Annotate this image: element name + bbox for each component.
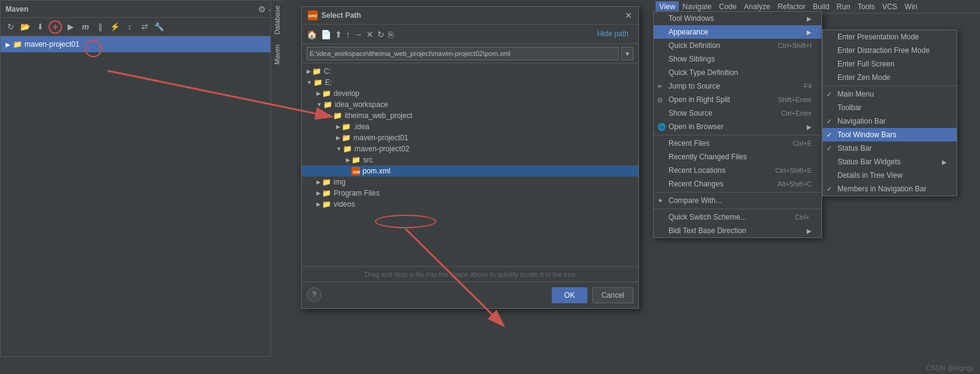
tree-item-develop[interactable]: ▶ 📁 develop <box>302 88 638 99</box>
tree-item-workspace[interactable]: ▼ 📁 idea_workspace <box>302 99 638 110</box>
tree-item-e[interactable]: ▼ 📁 E: <box>302 77 638 88</box>
menu-analyze[interactable]: Analyze <box>740 1 774 12</box>
download-icon[interactable]: ⬇ <box>34 21 46 33</box>
parallel-icon[interactable]: ‖ <box>94 21 106 33</box>
dialog-titlebar: xml Select Path ✕ <box>302 7 638 25</box>
tree-item-c[interactable]: ▶ 📁 C: <box>302 66 638 77</box>
menu-recent-locations[interactable]: Recent Locations Ctrl+Shift+E <box>654 164 821 177</box>
tree-item-videos[interactable]: ▶ 📁 videos <box>302 199 638 210</box>
database-tab[interactable]: Database <box>272 0 282 39</box>
tree-item-programfiles[interactable]: ▶ 📁 Program Files <box>302 188 638 199</box>
wrench-icon[interactable]: 🔧 <box>153 21 165 33</box>
menu-bidi[interactable]: Bidi Text Base Direction ▶ <box>654 224 821 237</box>
fwd-icon[interactable]: → <box>354 30 363 39</box>
copy-icon[interactable]: ⎘ <box>388 30 393 39</box>
submenu-presentation-mode[interactable]: Enter Presentation Mode <box>823 30 957 44</box>
submenu-status-bar-widgets[interactable]: Status Bar Widgets ▶ <box>823 155 957 169</box>
menu-tool-windows[interactable]: Tool Windows ▶ <box>654 12 821 25</box>
dialog-close-button[interactable]: ✕ <box>625 10 632 20</box>
menu-recent-files[interactable]: Recent Files Ctrl+E <box>654 137 821 150</box>
submenu-zen-mode[interactable]: Enter Zen Mode <box>823 71 957 84</box>
submenu-details-tree-view[interactable]: Details in Tree View <box>823 169 957 182</box>
menu-navigate[interactable]: Navigate <box>679 1 715 12</box>
menu-recent-changes[interactable]: Recent Changes Alt+Shift+C <box>654 177 821 191</box>
tree-item-src[interactable]: ▶ 📁 src <box>302 154 638 165</box>
tree-mp01-icon: 📁 <box>342 133 351 142</box>
menu-view[interactable]: View <box>656 1 679 12</box>
menu-quick-definition[interactable]: Quick Definition Ctrl+Shift+I <box>654 39 821 52</box>
maven-title: Maven <box>6 5 28 14</box>
cancel-button[interactable]: Cancel <box>592 287 633 303</box>
menu-quick-switch[interactable]: Quick Switch Scheme... Ctrl+` <box>654 210 821 224</box>
recent-changes-label: Recent Changes <box>668 180 723 188</box>
maven-icon[interactable]: m <box>79 21 92 33</box>
home-icon[interactable]: 🏠 <box>307 30 317 39</box>
submenu-status-bar[interactable]: ✓ Status Bar <box>823 141 957 155</box>
menu-refactor[interactable]: Refactor <box>774 1 809 12</box>
menu-show-source[interactable]: Show Source Ctrl+Enter <box>654 106 821 120</box>
lightning-icon[interactable]: ⚡ <box>109 21 121 33</box>
menu-open-browser[interactable]: 🌐 Open in Browser ▶ <box>654 120 821 133</box>
help-button[interactable]: ? <box>307 287 321 302</box>
up2-icon[interactable]: ↑ <box>346 30 350 39</box>
add-icon[interactable]: + <box>49 20 62 34</box>
tool-window-bars-check: ✓ <box>826 131 832 139</box>
tree-idea-arrow: ▶ <box>336 124 340 130</box>
tree-item-itheima[interactable]: ▼ 📁 itheima_web_project <box>302 110 638 121</box>
submenu-main-menu[interactable]: ✓ Main Menu <box>823 87 957 101</box>
show-source-label: Show Source <box>668 109 712 117</box>
refresh-icon[interactable]: ↻ <box>4 21 17 33</box>
presentation-mode-label: Enter Presentation Mode <box>837 33 919 41</box>
submenu-toolbar[interactable]: Toolbar <box>823 101 957 114</box>
tree-idea-icon: 📁 <box>342 122 351 131</box>
maven-toolbar: ↻ 📂 ⬇ + ▶ m ‖ ⚡ ↕ ⇄ 🔧 <box>1 18 282 36</box>
members-nav-label: Members in Navigation Bar <box>837 185 927 193</box>
full-screen-label: Enter Full Screen <box>837 60 895 68</box>
submenu-full-screen[interactable]: Enter Full Screen <box>823 57 957 71</box>
group-icon[interactable]: ⇄ <box>138 21 151 33</box>
tree-item-img[interactable]: ▶ 📁 img <box>302 177 638 188</box>
ok-button[interactable]: OK <box>552 287 587 303</box>
menu-win[interactable]: Win <box>901 1 921 12</box>
file-tree: ▶ 📁 C: ▼ 📁 E: ▶ 📁 develop ▼ 📁 idea_works… <box>302 63 638 266</box>
tree-idea-label: .idea <box>353 122 369 131</box>
tree-item-pom[interactable]: ▶ xml pom.xml <box>302 165 638 177</box>
submenu-tool-window-bars[interactable]: ✓ Tool Window Bars <box>823 128 957 141</box>
maven-tree-item[interactable]: ▶ 📁 maven-project01 <box>1 36 282 52</box>
refresh2-icon[interactable]: ↻ <box>377 30 385 39</box>
menu-tools[interactable]: Tools <box>854 1 879 12</box>
menu-recently-changed[interactable]: Recently Changed Files <box>654 150 821 164</box>
hide-path-button[interactable]: Hide path <box>592 25 633 44</box>
tree-pf-icon: 📁 <box>322 189 331 197</box>
menu-open-right-split[interactable]: ⊟ Open in Right Split Shift+Enter <box>654 93 821 106</box>
tree-item-idea[interactable]: ▶ 📁 .idea <box>302 121 638 132</box>
menu-compare-with[interactable]: ✦ Compare With... <box>654 194 821 207</box>
run-icon[interactable]: ▶ <box>65 21 77 33</box>
path-dropdown[interactable]: ▼ <box>621 47 633 60</box>
up-icon[interactable]: ⬆ <box>335 30 342 39</box>
dialog-toolbar: 🏠 📄 ⬆ ↑ → ✕ ↻ ⎘ Hide path <box>302 25 638 44</box>
menu-run[interactable]: Run <box>833 1 854 12</box>
menu-jump-to-source[interactable]: ✏ Jump to Source F4 <box>654 79 821 93</box>
file-icon[interactable]: 📄 <box>321 30 331 39</box>
submenu-navigation-bar[interactable]: ✓ Navigation Bar <box>823 114 957 128</box>
submenu-distraction-free[interactable]: Enter Distraction Free Mode <box>823 44 957 57</box>
tree-item-mp01[interactable]: ▶ 📁 maven-project01 <box>302 132 638 143</box>
open-right-split-label: Open in Right Split <box>668 95 730 104</box>
menu-code[interactable]: Code <box>715 1 740 12</box>
maven-tab[interactable]: Maven <box>272 39 282 70</box>
menu-show-siblings[interactable]: Show Siblings <box>654 52 821 66</box>
sort-icon[interactable]: ↕ <box>123 21 136 33</box>
project-folder-icon: 📁 <box>13 40 22 49</box>
menu-appearance[interactable]: Appearance ▶ <box>654 25 821 39</box>
settings-icon[interactable]: ⚙ <box>258 4 266 14</box>
recent-changes-shortcut: Alt+Shift+C <box>765 180 812 188</box>
menu-vcs[interactable]: VCS <box>879 1 901 12</box>
open-folder-icon[interactable]: 📂 <box>19 21 31 33</box>
menu-quick-type-def[interactable]: Quick Type Definition <box>654 66 821 79</box>
submenu-members-nav-bar[interactable]: ✓ Members in Navigation Bar <box>823 182 957 196</box>
tree-item-mp02[interactable]: ▼ 📁 maven-project02 <box>302 143 638 154</box>
close2-icon[interactable]: ✕ <box>366 30 374 39</box>
path-input[interactable] <box>307 47 619 60</box>
menu-build[interactable]: Build <box>809 1 833 12</box>
